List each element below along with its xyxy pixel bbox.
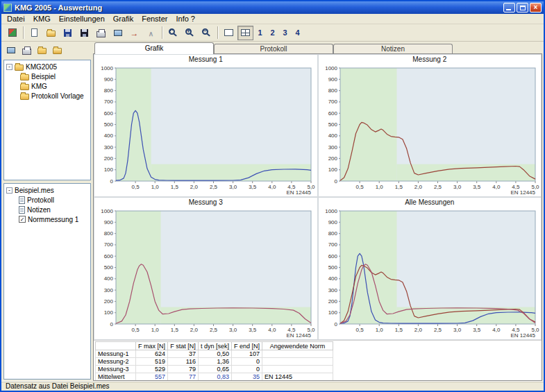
svg-text:0: 0 (110, 178, 114, 185)
svg-text:400: 400 (328, 133, 337, 139)
menu-kmg[interactable]: KMG (29, 15, 55, 23)
project-tree[interactable]: -KMG2005BeispielKMGProtokoll Vorlage (3, 60, 91, 180)
table-cell: 0,50 (199, 350, 232, 358)
svg-text:3,0: 3,0 (229, 327, 237, 333)
table-row-messung-1: Messung-1624370,50107 (96, 350, 333, 358)
svg-text:700: 700 (328, 241, 337, 248)
svg-text:2,5: 2,5 (210, 184, 218, 190)
tree-item-notizen[interactable]: Notizen (5, 205, 90, 214)
pane1-icon (224, 29, 233, 36)
svg-text:4,0: 4,0 (268, 327, 276, 333)
save-all-button[interactable] (76, 26, 92, 40)
layout-quad-button[interactable] (237, 26, 253, 40)
folder-icon (37, 48, 47, 54)
tab-grafik[interactable]: Grafik (94, 42, 214, 54)
results-table: F max [N]F stat [N]t dyn [sek]F end [N]A… (95, 341, 333, 380)
svg-text:2,5: 2,5 (433, 184, 442, 190)
zoom-in-button[interactable] (182, 26, 198, 40)
print-icon (97, 31, 106, 37)
chart-plot: 010020030040050060070080090010000,51,01,… (319, 65, 541, 196)
folder-icon (20, 94, 29, 100)
menu-einstellungen[interactable]: Einstellungen (55, 15, 109, 23)
folder-closed-button[interactable] (35, 44, 49, 56)
table-header: t dyn [sek] (199, 342, 232, 350)
menu-fenster[interactable]: Fenster (137, 15, 171, 23)
print-report-button[interactable] (19, 44, 33, 56)
svg-text:200: 200 (328, 155, 337, 162)
table-cell (262, 350, 333, 358)
maximize-icon (520, 6, 526, 10)
zoom-minus-icon (202, 28, 208, 35)
svg-text:1000: 1000 (101, 65, 113, 71)
collapse-button[interactable] (143, 26, 159, 40)
save-button[interactable] (60, 26, 76, 40)
tree-item-kmg[interactable]: KMG (5, 81, 90, 91)
file-open-button[interactable] (43, 26, 59, 40)
svg-text:400: 400 (328, 275, 337, 282)
close-button[interactable]: × (530, 3, 542, 12)
svg-text:300: 300 (104, 287, 114, 293)
table-cell: 0 (232, 366, 262, 373)
svg-text:600: 600 (104, 253, 114, 259)
print-button[interactable] (93, 26, 109, 40)
view-2-button[interactable]: 2 (267, 26, 278, 40)
chart-canvas: 010020030040050060070080090010000,51,01,… (319, 65, 541, 196)
tab-content: Messung 1 010020030040050060070080090010… (93, 53, 542, 381)
chart-title: Messung 3 (95, 198, 317, 207)
table-header: F max [N] (136, 342, 168, 350)
menu-datei[interactable]: Datei (3, 15, 29, 23)
tab-notizen[interactable]: Notizen (333, 44, 453, 53)
svg-text:4,0: 4,0 (492, 184, 501, 190)
tree-item-label: Protokoll Vorlage (31, 92, 84, 100)
view-3-button[interactable]: 3 (279, 26, 291, 40)
tree-item-protokoll-vorlage[interactable]: Protokoll Vorlage (5, 91, 90, 101)
print-preview-button[interactable] (110, 26, 126, 40)
svg-text:4,0: 4,0 (268, 184, 276, 190)
file-new-button[interactable] (26, 26, 42, 40)
tree-item-normmessung-1[interactable]: ✓Normmessung 1 (5, 214, 90, 224)
preview-button[interactable] (4, 44, 18, 56)
svg-text:500: 500 (104, 264, 114, 271)
svg-text:900: 900 (328, 76, 337, 83)
svg-text:100: 100 (104, 309, 114, 316)
status-bar: Datensatz aus Datei Beispiel.mes (1, 381, 544, 391)
sidebar: -KMG2005BeispielKMGProtokoll Vorlage -Be… (1, 42, 92, 381)
menu-info[interactable]: Info ? (171, 15, 199, 23)
tree-expander-icon[interactable]: - (6, 64, 12, 70)
title-bar[interactable]: KMG 2005 - Auswertung × (1, 1, 544, 14)
tab-protokoll[interactable]: Protokoll (214, 44, 333, 53)
svg-text:3,0: 3,0 (453, 184, 462, 190)
chart-plot: 010020030040050060070080090010000,51,01,… (95, 207, 317, 339)
main-toolbar: 1234 (1, 24, 544, 42)
table-cell: 624 (136, 350, 168, 358)
svg-text:0,5: 0,5 (355, 327, 364, 333)
maximize-button[interactable] (517, 3, 528, 12)
dataset-tree[interactable]: -Beispiel.mesProtokollNotizen✓Normmessun… (3, 183, 91, 380)
svg-text:0,5: 0,5 (132, 184, 140, 190)
main-panel: GrafikProtokollNotizen Messung 1 0100200… (92, 42, 544, 381)
menu-grafik[interactable]: Grafik (109, 15, 137, 23)
toolbar-separator (162, 26, 162, 39)
folder-open-button[interactable] (50, 44, 64, 56)
view-4-button[interactable]: 4 (292, 26, 303, 40)
row-label: Messung-1 (96, 350, 136, 358)
svg-text:700: 700 (104, 241, 114, 248)
checkbox-icon[interactable]: ✓ (19, 216, 26, 223)
tree-item-beispiel-mes[interactable]: -Beispiel.mes (5, 185, 90, 195)
tree-item-protokoll[interactable]: Protokoll (5, 195, 90, 205)
export-button[interactable] (126, 26, 142, 40)
zoom-select-button[interactable] (165, 26, 181, 40)
view-1-button[interactable]: 1 (254, 26, 266, 40)
layout-single-button[interactable] (221, 26, 237, 40)
table-cell: 77 (168, 373, 199, 381)
minimize-button[interactable] (503, 3, 515, 12)
tree-item-kmg2005[interactable]: -KMG2005 (5, 62, 90, 71)
zoom-out-button[interactable] (199, 26, 215, 40)
tree-item-beispiel[interactable]: Beispiel (5, 71, 90, 81)
chart-canvas: 010020030040050060070080090010000,51,01,… (319, 207, 541, 339)
print-icon (22, 49, 31, 55)
chart-plot: 010020030040050060070080090010000,51,01,… (95, 65, 317, 196)
tree-expander-icon[interactable]: - (6, 187, 12, 194)
tree-item-label: KMG (31, 83, 47, 90)
kmg-new-button[interactable] (4, 26, 20, 40)
